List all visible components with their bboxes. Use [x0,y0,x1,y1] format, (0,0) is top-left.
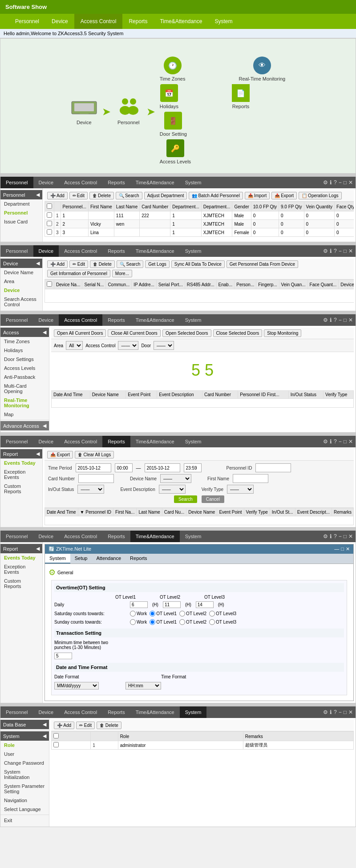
sidebar-events-today-5[interactable]: Events Today [0,458,42,467]
col-card-num[interactable]: Card Number [202,391,238,399]
close-icon-7[interactable]: ✕ [348,709,353,715]
sat-ot1-radio[interactable] [150,611,155,617]
col-role[interactable]: Role [118,732,243,741]
tab-reports-7[interactable]: Reports [102,706,130,718]
row-check-1[interactable] [47,212,52,218]
col-devmo[interactable]: Device Mo... [339,280,354,289]
col-fingerp[interactable]: Fingerp... [256,280,279,289]
close-icon-4[interactable]: ✕ [348,317,353,323]
sidebar-events-today-6[interactable]: Events Today [0,553,42,562]
row-check-2[interactable] [47,221,52,226]
tab-reports-2[interactable]: Reports [102,177,130,188]
tab-personnel-6[interactable]: Personnel [0,531,33,542]
sidebar-holidays[interactable]: Holidays [0,346,49,355]
delete-btn-2[interactable]: 🗑 Delete [89,192,114,199]
sys-header-toggle[interactable]: ◀ [43,733,46,739]
sun-ot2-radio[interactable] [179,619,185,625]
col-remarks-r[interactable]: Remarks [332,508,354,516]
sidebar-device[interactable]: Device [0,286,42,295]
close-icon-5[interactable]: ✕ [348,438,353,445]
export-btn-5[interactable]: 📤 Export [47,451,73,458]
ta-tab-reports[interactable]: Reports [125,554,152,564]
restore-icon-2[interactable]: □ [344,179,347,186]
settings-icon-4[interactable]: ⚙ [323,317,328,323]
tab-system-3[interactable]: System [180,245,207,257]
from-date-input[interactable] [76,463,111,472]
nav-system-1[interactable]: System [208,14,239,29]
ac-sidebar-toggle[interactable]: ◀ [43,329,46,335]
daily-ot3-input[interactable] [196,601,214,608]
settings-icon-6[interactable]: ⚙ [323,533,328,539]
ac-filter-select[interactable]: —— [118,341,138,350]
search-btn-2[interactable]: 🔍 Search [116,192,142,199]
inout-select[interactable]: —— [77,485,104,494]
personnel-sidebar-toggle[interactable]: ◀ [36,192,40,198]
delete-btn-7[interactable]: 🗑 Delete [97,722,121,729]
col-event-point[interactable]: Event Point [126,391,157,399]
col-fp10[interactable]: 10.0 FP Qty [251,202,279,211]
daily-ot1-input[interactable] [130,601,148,608]
tab-device-3[interactable]: Device [33,245,59,257]
table-row[interactable]: 3 3 Lina 1 XJMTECH Female 0 0 0 0 [45,228,354,237]
help-icon-4[interactable]: ? [334,317,337,323]
sidebar-custom-6[interactable]: Custom Reports [0,576,42,591]
tab-reports-5[interactable]: Reports [102,436,130,447]
db-header-toggle[interactable]: ◀ [43,722,46,727]
op-logs-btn[interactable]: 📋 Operation Logs [299,192,341,199]
sidebar-search-access[interactable]: Search Access Control [0,295,42,309]
from-time-input[interactable] [115,463,133,472]
area-select[interactable]: All [66,341,83,350]
sidebar-sys-init[interactable]: System Initialization [0,767,49,782]
sys-row-check-1[interactable] [53,742,59,747]
tab-reports-4[interactable]: Reports [102,314,130,326]
nav-reports-1[interactable]: Reports [122,14,154,29]
minus-icon-6[interactable]: − [339,533,342,539]
sidebar-access-levels[interactable]: Access Levels [0,364,49,373]
row-check-3[interactable] [47,229,52,235]
col-sport[interactable]: Serial Port... [156,280,185,289]
device-sidebar-toggle[interactable]: ◀ [36,260,40,266]
info-icon-6[interactable]: ℹ [330,533,332,539]
min-punch-input[interactable] [54,653,72,659]
sidebar-department[interactable]: Department [0,199,42,208]
col-pid-r[interactable]: ▼ Personnel ID [78,508,113,516]
sidebar-map[interactable]: Map [0,410,49,419]
col-datetime-r[interactable]: Date And Time [45,508,78,516]
col-commun[interactable]: Commun... [106,280,132,289]
tab-personnel-2[interactable]: Personnel [0,177,33,188]
tab-reports-6[interactable]: Reports [102,531,130,542]
tab-access-control-7[interactable]: Access Control [59,706,102,718]
open-selected-btn[interactable]: Open Selected Doors [162,329,211,337]
col-serial[interactable]: Serial N... [82,280,106,289]
table-row[interactable]: 1 administrator 超级管理员 [52,741,354,750]
tab-access-control-4[interactable]: Access Control [59,314,102,326]
col-enab[interactable]: Enab... [216,280,235,289]
sidebar-role[interactable]: Role [0,741,49,750]
col-rs485[interactable]: RS485 Addr... [185,280,216,289]
col-datetime[interactable]: Date And Time [52,391,90,399]
close-icon-6[interactable]: ✕ [348,533,353,539]
sidebar-door-settings[interactable]: Door Settings [0,355,49,364]
settings-icon-5[interactable]: ⚙ [323,438,328,445]
help-icon-2[interactable]: ? [334,179,337,186]
col-card-r[interactable]: Card Nu... [162,508,186,516]
clear-logs-btn[interactable]: 🗑 Clear All Logs [75,451,114,458]
tab-system-4[interactable]: System [180,314,207,326]
col-fp9[interactable]: 9.0 FP Qty [279,202,304,211]
search-execute-btn[interactable]: Search [174,495,197,503]
tab-system-5[interactable]: System [180,436,207,447]
sun-ot1-radio[interactable] [150,619,155,625]
col-vein[interactable]: Vein Quantity [304,202,334,211]
tab-access-control-6[interactable]: Access Control [59,531,102,542]
sync-all-btn[interactable]: Sync All Data To Device [171,260,225,268]
delete-btn-3[interactable]: 🗑 Delete [90,260,115,268]
cancel-search-btn[interactable]: Cancel [202,495,224,503]
tab-time-6[interactable]: Time&Attendance [130,531,180,542]
tab-time-5[interactable]: Time&Attendance [130,436,180,447]
personnel-id-input[interactable] [255,463,291,472]
col-eventdesc-r[interactable]: Event Descript... [295,508,332,516]
restore-icon-6[interactable]: □ [344,533,347,539]
tab-time-3[interactable]: Time&Attendance [130,245,180,257]
select-all-3[interactable] [47,281,52,287]
tab-reports-3[interactable]: Reports [102,245,130,257]
